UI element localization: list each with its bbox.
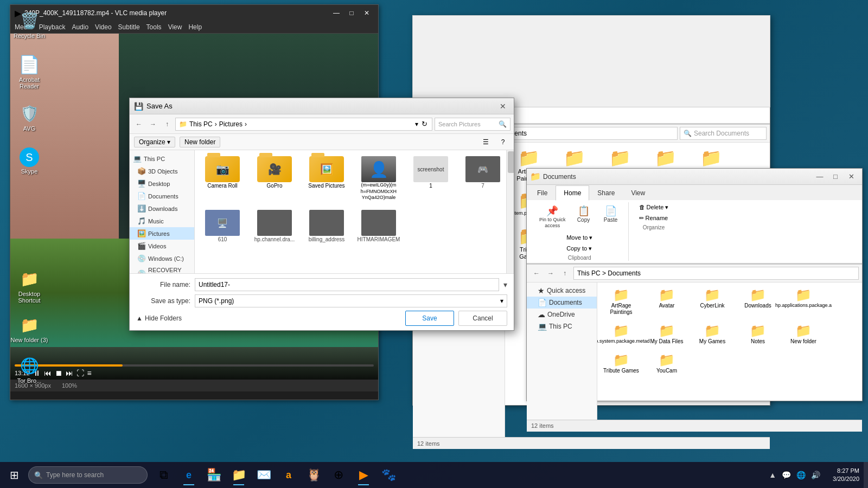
- taskbar-task-view[interactable]: ⧉: [152, 463, 176, 487]
- fe-small-quick-access[interactable]: ★ Quick access: [527, 285, 597, 297]
- fe-small-sidebar-onedrive[interactable]: ☁ OneDrive: [527, 309, 597, 320]
- fe-small-forward[interactable]: →: [544, 267, 557, 279]
- dialog-sidebar-downloads[interactable]: ⬇️ Downloads: [130, 202, 194, 215]
- dialog-file-camera-roll[interactable]: 📷 Camera Roll: [198, 153, 247, 204]
- taskbar-amazon[interactable]: a: [277, 463, 301, 487]
- fe-small-minimize[interactable]: —: [812, 170, 827, 184]
- fe-small-copy[interactable]: 📋 Copy: [571, 202, 597, 226]
- fe-small-close[interactable]: ✕: [844, 170, 859, 184]
- fe-small-paste[interactable]: 📄 Paste: [598, 202, 624, 226]
- fe-small-file-artrage[interactable]: 📁 ArtRage Paintings: [599, 285, 643, 318]
- fe-small-address-input[interactable]: This PC > Documents: [573, 267, 859, 280]
- systray-network[interactable]: 🌐: [795, 470, 807, 480]
- fe-small-back[interactable]: ←: [530, 267, 543, 279]
- dialog-up-btn[interactable]: ↑: [161, 118, 173, 130]
- dialog-address-dropdown[interactable]: ▾: [415, 120, 418, 128]
- fe-small-tab-home[interactable]: Home: [556, 185, 589, 201]
- dialog-file-1[interactable]: screenshot 1: [406, 153, 455, 204]
- desktop-icon-avg[interactable]: 🛡️ AVG: [8, 100, 51, 134]
- dialog-sidebar-desktop[interactable]: 🖥️ Desktop: [130, 177, 194, 190]
- taskbar-app2[interactable]: 🐾: [376, 463, 400, 487]
- dialog-filename-dropdown[interactable]: ▾: [503, 280, 507, 289]
- systray-up-arrow[interactable]: ▲: [767, 470, 778, 480]
- taskbar-show-desktop[interactable]: [864, 462, 868, 488]
- fe-small-tab-file[interactable]: File: [529, 185, 556, 201]
- dialog-search-box[interactable]: Search Pictures 🔍: [435, 118, 510, 131]
- fe-small-rename[interactable]: ✏ Rename: [635, 213, 673, 223]
- vlc-close-btn[interactable]: ✕: [360, 7, 374, 19]
- dialog-file-gopro[interactable]: 🎥 GoPro: [250, 153, 299, 204]
- fe-small-pin-quick-access[interactable]: 📌 Pin to Quickaccess: [535, 202, 570, 232]
- fe-small-file-hp-app[interactable]: 📁 hp.applications.package.a: [782, 285, 825, 318]
- fe-small-delete[interactable]: 🗑 Delete ▾: [635, 202, 673, 213]
- fe-small-file-my-games[interactable]: 📁 My Games: [691, 320, 734, 348]
- dialog-sidebar-windows-c[interactable]: 💿 Windows (C:): [130, 252, 194, 265]
- dialog-file-hp-channel[interactable]: hp.channel.dra...: [250, 207, 299, 246]
- desktop-icon-new-folder[interactable]: 📁 New folder (3): [8, 312, 51, 345]
- vlc-settings-btn[interactable]: ≡: [87, 369, 92, 377]
- systray-msg[interactable]: 💬: [780, 470, 793, 480]
- fe-small-file-my-data[interactable]: 📁 My Data Files: [645, 320, 688, 348]
- vlc-next-btn[interactable]: ⏭: [66, 369, 73, 377]
- dialog-scrollbar-thumb[interactable]: [508, 151, 514, 173]
- taskbar-tripadvisor[interactable]: 🦉: [302, 463, 326, 487]
- dialog-refresh-btn[interactable]: ↻: [420, 120, 429, 128]
- fe-small-file-notes[interactable]: 📁 Notes: [736, 320, 780, 348]
- desktop-icon-acrobat[interactable]: 📄 Acrobat Reader: [8, 52, 51, 92]
- fe-small-maximize[interactable]: □: [828, 170, 843, 184]
- dialog-sidebar-3d-objects[interactable]: 📦 3D Objects: [130, 165, 194, 177]
- vlc-stop-btn[interactable]: ⏹: [55, 369, 62, 377]
- dialog-sidebar-documents[interactable]: 📄 Documents: [130, 190, 194, 202]
- dialog-organize-btn[interactable]: Organize ▾: [134, 137, 175, 147]
- dialog-filename-input[interactable]: [195, 278, 499, 291]
- fe-small-file-hp-sys[interactable]: 📁 hp.system.package.metad: [599, 320, 643, 348]
- dialog-view-icon[interactable]: ☰: [479, 136, 492, 148]
- dialog-sidebar-videos[interactable]: 🎬 Videos: [130, 240, 194, 252]
- vlc-menu-view[interactable]: View: [168, 23, 182, 31]
- systray-volume[interactable]: 🔊: [809, 470, 822, 480]
- dialog-sidebar-this-pc[interactable]: 💻 This PC: [130, 152, 194, 165]
- vlc-menu-subtitle[interactable]: Subtitle: [118, 23, 140, 31]
- fe-small-move-to[interactable]: Move to ▾: [563, 233, 596, 243]
- taskbar-file-explorer[interactable]: 📁: [227, 463, 251, 487]
- fe-small-sidebar-this-pc[interactable]: 💻 This PC: [527, 320, 597, 332]
- vlc-menu-tools[interactable]: Tools: [146, 23, 162, 31]
- taskbar-start-button[interactable]: ⊞: [0, 462, 28, 488]
- fe-small-file-avatar[interactable]: 📁 Avatar: [645, 285, 688, 318]
- vlc-menu-video[interactable]: Video: [95, 23, 111, 31]
- dialog-save-button[interactable]: Save: [405, 311, 454, 326]
- taskbar-app1[interactable]: ⊕: [327, 463, 350, 487]
- dialog-hide-folders-btn[interactable]: ▲ Hide Folders: [136, 314, 182, 322]
- dialog-new-folder-btn[interactable]: New folder: [180, 137, 220, 147]
- vlc-progress-bar[interactable]: [15, 364, 374, 367]
- desktop-icon-skype[interactable]: S Skype: [8, 145, 51, 177]
- dialog-savetype-dropdown[interactable]: PNG (*.png) ▾: [195, 294, 507, 307]
- dialog-file-hitman[interactable]: HITMARIMAGEM: [354, 207, 403, 246]
- fe-small-file-cyberlink[interactable]: 📁 CyberLink: [691, 285, 734, 318]
- dialog-forward-btn[interactable]: →: [147, 118, 159, 130]
- fe-small-file-downloads[interactable]: 📁 Downloads: [736, 285, 780, 318]
- vlc-minimize-btn[interactable]: —: [329, 7, 343, 19]
- taskbar-search-box[interactable]: 🔍 Type here to search: [28, 466, 148, 484]
- vlc-maximize-btn[interactable]: □: [344, 7, 359, 19]
- fe-small-tab-view[interactable]: View: [623, 185, 653, 201]
- fe-small-copy-to[interactable]: Copy to ▾: [563, 243, 596, 254]
- dialog-address-bar[interactable]: 📁 This PC › Pictures › ▾ ↻: [175, 118, 432, 131]
- fe-main-search-box[interactable]: 🔍 Search Documents: [680, 127, 767, 140]
- dialog-sidebar-pictures[interactable]: 🖼️ Pictures: [130, 227, 194, 240]
- vlc-menu-help[interactable]: Help: [188, 23, 202, 31]
- vlc-fullscreen-btn[interactable]: ⛶: [76, 369, 84, 377]
- dialog-file-610[interactable]: 🖥️ 610: [198, 207, 247, 246]
- dialog-file-person-img[interactable]: 👤 (m=ewILG0y)(m h=FMNOM0cXH YnQa42O)male: [354, 153, 403, 204]
- fe-small-sidebar-docs[interactable]: 📄 Documents: [527, 297, 597, 309]
- fe-small-up[interactable]: ↑: [558, 267, 571, 279]
- taskbar-mail[interactable]: ✉️: [252, 463, 276, 487]
- dialog-close-btn[interactable]: ✕: [496, 100, 509, 112]
- desktop-icon-tor[interactable]: 🌐 Tor Bro...: [8, 352, 51, 386]
- fe-small-new-items[interactable]: 📁 New folder: [782, 320, 825, 348]
- fe-small-tab-share[interactable]: Share: [589, 185, 623, 201]
- fe-small-tribute[interactable]: 📁 Tribute Games: [599, 350, 643, 377]
- desktop-icon-folder[interactable]: 📁 Desktop Shortcut: [8, 266, 51, 306]
- dialog-cancel-button[interactable]: Cancel: [458, 311, 507, 326]
- dialog-sidebar-music[interactable]: 🎵 Music: [130, 215, 194, 227]
